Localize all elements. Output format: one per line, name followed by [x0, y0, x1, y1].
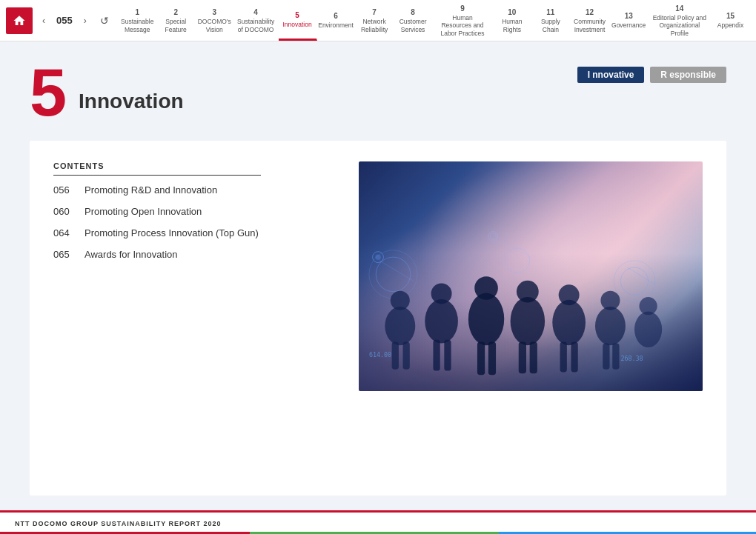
svg-rect-23 [477, 341, 485, 375]
chapter-label: Governance [611, 21, 646, 29]
nav-chapter-6[interactable]: 6Environment [317, 0, 356, 41]
contents-list: 056Promoting R&D and Innovation060Promot… [53, 184, 335, 260]
chapter-num-label: 3 [212, 7, 216, 17]
nav-chapter-10[interactable]: 10Human Rights [493, 0, 531, 41]
svg-point-4 [505, 248, 529, 273]
chapter-num-label: 8 [411, 7, 415, 17]
chapter-num-label: 6 [334, 11, 338, 21]
chapter-num-label: 2 [173, 7, 178, 17]
svg-point-0 [376, 257, 410, 291]
chapter-label: Community Investment [574, 18, 606, 33]
contents-item-label: Promoting R&D and Innovation [84, 184, 217, 196]
chapter-num-label: 1 [135, 7, 139, 17]
contents-item-num: 056 [53, 184, 76, 196]
svg-point-14 [559, 284, 580, 305]
svg-point-17 [634, 311, 662, 347]
chapter-label: Special Feature [162, 18, 190, 33]
chapter-num-label: 15 [726, 11, 735, 21]
chapter-num-label: 13 [625, 11, 633, 21]
svg-rect-19 [392, 341, 399, 369]
next-button[interactable]: › [77, 13, 93, 29]
nav-arrows: ‹ 055 › [36, 13, 93, 29]
chapter-num-label: 9 [460, 4, 465, 13]
svg-rect-30 [612, 343, 619, 369]
chapter-label: Editorial Policy and Organizational Prof… [653, 14, 706, 37]
svg-text:614.00: 614.00 [369, 351, 391, 358]
svg-point-7 [425, 298, 458, 343]
main-content: 5 Innovation I nnovative R esponsible CO… [0, 41, 756, 510]
svg-point-15 [595, 307, 626, 345]
svg-point-8 [431, 283, 452, 304]
svg-line-34 [628, 267, 655, 284]
badges-group: I nnovative R esponsible [577, 67, 726, 83]
contents-item[interactable]: 064Promoting Process Innovation (Top Gun… [53, 227, 335, 238]
chapter-label: Network Reliability [360, 18, 389, 33]
chapter-label: Innovation [282, 21, 311, 28]
svg-point-6 [391, 290, 410, 310]
svg-line-33 [379, 260, 414, 281]
nav-chapter-8[interactable]: 8Customer Services [394, 0, 433, 41]
nav-chapter-4[interactable]: 4Sustainability of DOCOMO [234, 0, 279, 41]
badge-responsible: R esponsible [650, 67, 726, 83]
svg-line-35 [497, 239, 531, 256]
nav-chapter-14[interactable]: 14Editorial Policy and Organizational Pr… [649, 0, 712, 41]
svg-point-38 [488, 231, 498, 241]
svg-point-18 [640, 297, 657, 315]
chapter-num-label: 4 [253, 7, 258, 17]
contents-title: CONTENTS [53, 161, 261, 176]
nav-chapter-11[interactable]: 11Supply Chain [531, 0, 570, 41]
chapter-num-label: 12 [586, 7, 594, 17]
page-number: 055 [56, 15, 73, 26]
chapter-label: Appendix [717, 21, 743, 29]
contents-item-num: 065 [53, 249, 76, 260]
svg-point-5 [385, 307, 415, 345]
header-section: 5 Innovation I nnovative R esponsible [30, 59, 726, 126]
nav-chapter-3[interactable]: 3DOCOMO's Vision [196, 0, 234, 41]
svg-rect-21 [433, 339, 440, 370]
svg-rect-25 [519, 341, 526, 373]
refresh-button[interactable]: ↺ [96, 13, 113, 29]
svg-point-16 [600, 290, 620, 310]
svg-rect-26 [530, 341, 537, 373]
nav-chapter-12[interactable]: 12Community Investment [570, 0, 609, 41]
prev-button[interactable]: ‹ [36, 13, 52, 29]
contents-item[interactable]: 065Awards for Innovation [53, 249, 335, 260]
chapter-label: DOCOMO's Vision [198, 18, 231, 33]
contents-item[interactable]: 060Promoting Open Innovation [53, 206, 335, 217]
nav-chapter-15[interactable]: 15Appendix [712, 0, 750, 41]
home-icon [13, 14, 26, 27]
chapter-num-label: 5 [295, 10, 299, 20]
svg-point-12 [517, 280, 539, 302]
chapter-label: Environment [318, 21, 354, 29]
chapter-label: Human Resources and Labor Practices [437, 14, 488, 37]
contents-item[interactable]: 056Promoting R&D and Innovation [53, 184, 335, 196]
nav-chapter-2[interactable]: 2Special Feature [157, 0, 196, 41]
chapter-label: Customer Services [399, 18, 428, 33]
nav-chapter-9[interactable]: 9Human Resources and Labor Practices [433, 0, 494, 41]
innovation-image: 614.00 268.38 [359, 161, 703, 391]
svg-rect-22 [444, 339, 451, 370]
footer: NTT DOCOMO GROUP SUSTAINABILITY REPORT 2… [0, 510, 756, 534]
chapter-label: Human Rights [497, 18, 526, 33]
home-button[interactable] [6, 7, 33, 34]
svg-rect-29 [603, 343, 609, 369]
chapter-num-label: 11 [546, 7, 554, 17]
chapter-number: 5 [30, 59, 67, 126]
nav-chapter-5[interactable]: 5Innovation [279, 0, 317, 41]
footer-text: NTT DOCOMO GROUP SUSTAINABILITY REPORT 2… [15, 520, 222, 527]
svg-point-13 [552, 299, 586, 344]
chapter-label: Sustainable Message [121, 18, 153, 33]
chapter-navigation: 1Sustainable Message2Special Feature3DOC… [119, 0, 750, 41]
svg-point-9 [468, 293, 504, 345]
svg-rect-24 [488, 341, 496, 375]
nav-chapter-7[interactable]: 7Network Reliability [356, 0, 394, 41]
svg-point-3 [614, 260, 655, 301]
contents-item-label: Awards for Innovation [84, 249, 178, 260]
nav-chapter-1[interactable]: 1Sustainable Message [119, 0, 157, 41]
chapter-num-label: 14 [675, 4, 683, 13]
silhouettes-svg: 614.00 268.38 [359, 219, 676, 392]
svg-rect-39 [491, 233, 496, 238]
contents-item-label: Promoting Process Innovation (Top Gun) [84, 227, 259, 238]
svg-rect-27 [560, 341, 567, 372]
nav-chapter-13[interactable]: 13Governance [610, 0, 649, 41]
